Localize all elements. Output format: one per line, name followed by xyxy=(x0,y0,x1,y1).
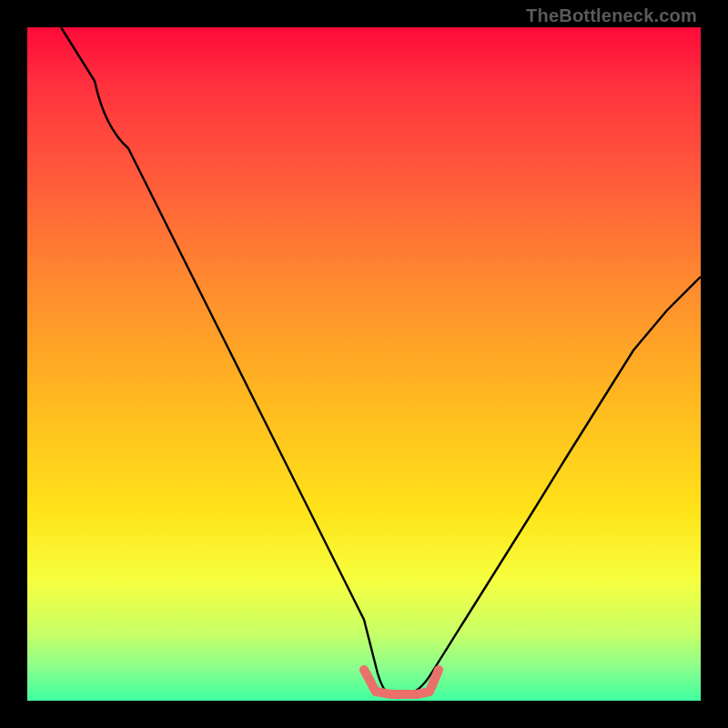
chart-frame: TheBottleneck.com xyxy=(0,0,728,728)
watermark-text: TheBottleneck.com xyxy=(526,5,697,26)
curve-svg xyxy=(27,27,701,701)
bottleneck-curve-path xyxy=(61,27,701,694)
plot-area xyxy=(27,27,701,701)
optimal-range-marker-path xyxy=(364,670,439,694)
